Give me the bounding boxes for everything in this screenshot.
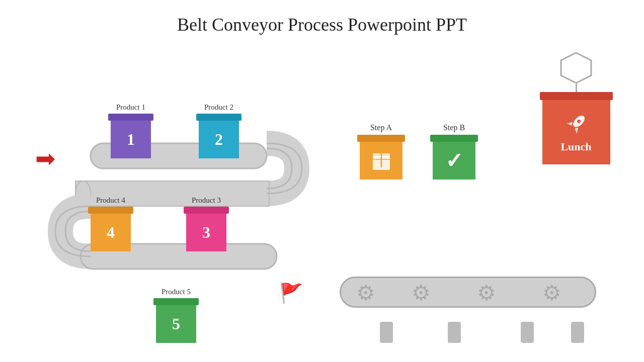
product-5-box: Product 5 5	[153, 288, 199, 343]
product-4-label: Product 4	[96, 196, 125, 205]
package-icon	[369, 148, 394, 173]
flag-icon: 🚩	[279, 282, 303, 304]
step-a-cap	[357, 135, 405, 142]
svg-marker-9	[567, 120, 574, 127]
product-3-body: 3	[186, 214, 226, 251]
conveyor-leg-4	[571, 322, 584, 343]
product-4-box: Product 4 4	[88, 196, 133, 251]
svg-marker-6	[561, 53, 591, 83]
product-2-box: Product 2 2	[196, 103, 242, 158]
crane-hexagon-svg	[558, 50, 594, 83]
step-a-body	[360, 142, 403, 179]
right-conveyor-section: Lunch Step A Step B ✓ ⚙ ⚙ ⚙ ⚙	[332, 50, 624, 342]
conveyor-leg-3	[521, 322, 534, 343]
gear-3: ⚙	[477, 281, 496, 305]
crane-vertical-line	[576, 83, 577, 93]
product-3-label: Product 3	[192, 196, 221, 205]
product-2-body: 2	[199, 121, 239, 158]
step-b-label: Step B	[443, 123, 465, 132]
gear-4: ⚙	[542, 281, 561, 305]
product-5-body: 5	[156, 305, 196, 343]
product-4-body: 4	[91, 214, 131, 251]
step-a-label: Step A	[370, 123, 392, 132]
lunch-label: Lunch	[560, 140, 591, 153]
left-conveyor-section: ➡ Product 1 1 Product 2 2 Product 4 4 Pr…	[30, 50, 312, 332]
step-b-body: ✓	[433, 142, 475, 179]
product-1-box: Product 1 1	[108, 103, 153, 158]
belt-track: ⚙ ⚙ ⚙ ⚙	[340, 277, 596, 308]
product-3-box: Product 3 3	[184, 196, 229, 251]
product-2-cap	[196, 114, 242, 121]
product-1-cap	[108, 114, 153, 121]
step-b-cap	[430, 135, 478, 142]
step-a-box: Step A	[357, 123, 405, 179]
crane-section: Lunch	[531, 50, 621, 164]
conveyor-horizontal: ⚙ ⚙ ⚙ ⚙	[340, 272, 596, 322]
product-5-cap	[153, 298, 199, 305]
product-2-label: Product 2	[204, 103, 233, 112]
step-b-box: Step B ✓	[430, 123, 478, 179]
product-1-label: Product 1	[116, 103, 145, 112]
conveyor-leg-1	[380, 322, 393, 343]
rocket-icon	[562, 111, 590, 138]
lunch-cap	[540, 92, 613, 100]
gear-2: ⚙	[412, 281, 431, 305]
conveyor-leg-2	[448, 322, 461, 343]
product-1-body: 1	[111, 121, 151, 158]
gear-1: ⚙	[356, 281, 375, 305]
page-title: Belt Conveyor Process Powerpoint PPT	[0, 0, 644, 40]
svg-marker-10	[573, 126, 580, 133]
product-4-cap	[88, 207, 133, 214]
lunch-box: Lunch	[542, 99, 610, 164]
input-arrow: ➡	[35, 147, 55, 171]
product-3-cap	[184, 207, 229, 214]
product-5-label: Product 5	[162, 288, 191, 296]
